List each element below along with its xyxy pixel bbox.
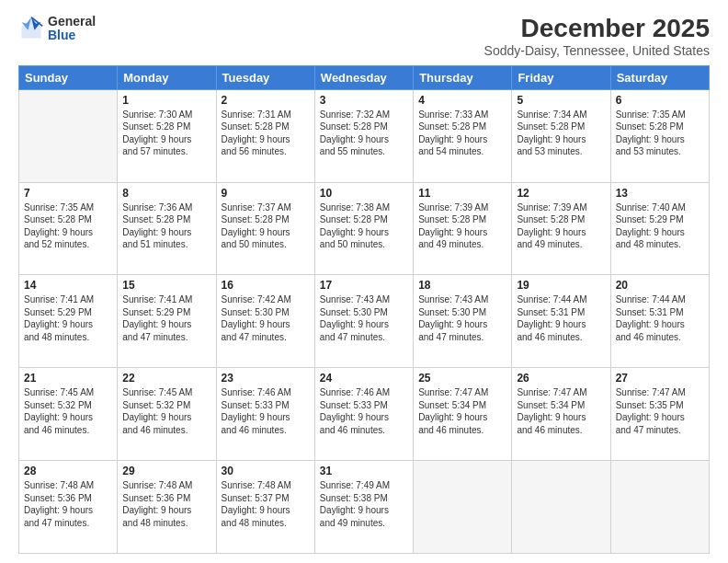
- day-info: Sunrise: 7:33 AM Sunset: 5:28 PM Dayligh…: [418, 109, 506, 158]
- day-number: 24: [320, 372, 408, 385]
- cell-2-1: 15Sunrise: 7:41 AM Sunset: 5:29 PM Dayli…: [118, 275, 216, 368]
- day-number: 6: [616, 94, 704, 107]
- day-info: Sunrise: 7:43 AM Sunset: 5:30 PM Dayligh…: [320, 293, 408, 343]
- day-number: 22: [122, 372, 210, 385]
- cell-1-1: 8Sunrise: 7:36 AM Sunset: 5:28 PM Daylig…: [118, 182, 216, 275]
- day-number: 19: [517, 279, 605, 292]
- cell-4-4: [414, 461, 512, 554]
- cell-1-4: 11Sunrise: 7:39 AM Sunset: 5:28 PM Dayli…: [414, 182, 512, 275]
- day-info: Sunrise: 7:34 AM Sunset: 5:28 PM Dayligh…: [517, 109, 605, 158]
- day-number: 21: [24, 372, 112, 385]
- col-header-saturday: Saturday: [610, 65, 709, 89]
- day-number: 29: [122, 465, 210, 477]
- day-info: Sunrise: 7:42 AM Sunset: 5:30 PM Dayligh…: [222, 293, 310, 343]
- logo-line2: Blue: [48, 29, 96, 42]
- day-info: Sunrise: 7:47 AM Sunset: 5:34 PM Dayligh…: [418, 386, 506, 436]
- day-number: 4: [418, 94, 506, 107]
- day-number: 30: [222, 465, 310, 477]
- day-number: 31: [320, 465, 408, 477]
- cell-3-1: 22Sunrise: 7:45 AM Sunset: 5:32 PM Dayli…: [118, 368, 216, 461]
- day-info: Sunrise: 7:35 AM Sunset: 5:28 PM Dayligh…: [616, 109, 704, 158]
- day-info: Sunrise: 7:36 AM Sunset: 5:28 PM Dayligh…: [122, 201, 210, 251]
- col-header-wednesday: Wednesday: [314, 65, 413, 89]
- day-number: 5: [517, 94, 605, 107]
- cell-1-6: 13Sunrise: 7:40 AM Sunset: 5:29 PM Dayli…: [610, 182, 709, 275]
- week-row-4: 21Sunrise: 7:45 AM Sunset: 5:32 PM Dayli…: [19, 368, 710, 461]
- logo: General Blue: [18, 15, 96, 43]
- day-number: 13: [616, 187, 704, 200]
- title-block: December 2025 Soddy-Daisy, Tennessee, Un…: [484, 15, 710, 58]
- subtitle: Soddy-Daisy, Tennessee, United States: [484, 43, 710, 58]
- cell-3-5: 26Sunrise: 7:47 AM Sunset: 5:34 PM Dayli…: [512, 368, 610, 461]
- day-info: Sunrise: 7:48 AM Sunset: 5:36 PM Dayligh…: [24, 479, 112, 529]
- cell-1-2: 9Sunrise: 7:37 AM Sunset: 5:28 PM Daylig…: [216, 182, 314, 275]
- day-number: 17: [320, 279, 408, 292]
- day-number: 1: [122, 94, 210, 107]
- cell-2-5: 19Sunrise: 7:44 AM Sunset: 5:31 PM Dayli…: [512, 275, 610, 368]
- day-info: Sunrise: 7:32 AM Sunset: 5:28 PM Dayligh…: [320, 109, 408, 158]
- day-number: 14: [24, 279, 112, 292]
- day-info: Sunrise: 7:48 AM Sunset: 5:37 PM Dayligh…: [222, 479, 310, 529]
- day-info: Sunrise: 7:46 AM Sunset: 5:33 PM Dayligh…: [222, 386, 310, 436]
- cell-0-4: 4Sunrise: 7:33 AM Sunset: 5:28 PM Daylig…: [414, 89, 512, 182]
- cell-0-0: [19, 89, 118, 182]
- week-row-1: 1Sunrise: 7:30 AM Sunset: 5:28 PM Daylig…: [19, 89, 710, 182]
- day-info: Sunrise: 7:44 AM Sunset: 5:31 PM Dayligh…: [616, 293, 704, 343]
- day-info: Sunrise: 7:43 AM Sunset: 5:30 PM Dayligh…: [418, 293, 506, 343]
- day-number: 18: [418, 279, 506, 292]
- cell-1-0: 7Sunrise: 7:35 AM Sunset: 5:28 PM Daylig…: [19, 182, 118, 275]
- day-info: Sunrise: 7:47 AM Sunset: 5:35 PM Dayligh…: [616, 386, 704, 436]
- day-number: 9: [222, 187, 310, 200]
- week-row-5: 28Sunrise: 7:48 AM Sunset: 5:36 PM Dayli…: [19, 461, 710, 554]
- day-info: Sunrise: 7:30 AM Sunset: 5:28 PM Dayligh…: [122, 109, 210, 158]
- logo-text: General Blue: [48, 15, 96, 43]
- cell-2-3: 17Sunrise: 7:43 AM Sunset: 5:30 PM Dayli…: [314, 275, 413, 368]
- day-info: Sunrise: 7:31 AM Sunset: 5:28 PM Dayligh…: [222, 109, 310, 158]
- main-title: December 2025: [484, 15, 710, 43]
- day-info: Sunrise: 7:44 AM Sunset: 5:31 PM Dayligh…: [517, 293, 605, 343]
- week-row-2: 7Sunrise: 7:35 AM Sunset: 5:28 PM Daylig…: [19, 182, 710, 275]
- day-info: Sunrise: 7:47 AM Sunset: 5:34 PM Dayligh…: [517, 386, 605, 436]
- cell-4-5: [512, 461, 610, 554]
- logo-line1: General: [48, 15, 96, 29]
- cell-4-1: 29Sunrise: 7:48 AM Sunset: 5:36 PM Dayli…: [118, 461, 216, 554]
- week-row-3: 14Sunrise: 7:41 AM Sunset: 5:29 PM Dayli…: [19, 275, 710, 368]
- col-header-tuesday: Tuesday: [216, 65, 314, 89]
- col-header-sunday: Sunday: [19, 65, 118, 89]
- day-number: 2: [222, 94, 310, 107]
- day-info: Sunrise: 7:45 AM Sunset: 5:32 PM Dayligh…: [122, 386, 210, 436]
- day-number: 23: [222, 372, 310, 385]
- cell-1-5: 12Sunrise: 7:39 AM Sunset: 5:28 PM Dayli…: [512, 182, 610, 275]
- day-info: Sunrise: 7:39 AM Sunset: 5:28 PM Dayligh…: [418, 201, 506, 251]
- cell-4-3: 31Sunrise: 7:49 AM Sunset: 5:38 PM Dayli…: [314, 461, 413, 554]
- day-number: 28: [24, 465, 112, 477]
- day-number: 7: [24, 187, 112, 200]
- day-number: 27: [616, 372, 704, 385]
- cell-2-4: 18Sunrise: 7:43 AM Sunset: 5:30 PM Dayli…: [414, 275, 512, 368]
- cell-3-6: 27Sunrise: 7:47 AM Sunset: 5:35 PM Dayli…: [610, 368, 709, 461]
- day-info: Sunrise: 7:35 AM Sunset: 5:28 PM Dayligh…: [24, 201, 112, 251]
- cell-0-5: 5Sunrise: 7:34 AM Sunset: 5:28 PM Daylig…: [512, 89, 610, 182]
- col-header-thursday: Thursday: [414, 65, 512, 89]
- day-number: 11: [418, 187, 506, 200]
- cell-0-1: 1Sunrise: 7:30 AM Sunset: 5:28 PM Daylig…: [118, 89, 216, 182]
- cell-3-2: 23Sunrise: 7:46 AM Sunset: 5:33 PM Dayli…: [216, 368, 314, 461]
- day-number: 15: [122, 279, 210, 292]
- day-info: Sunrise: 7:48 AM Sunset: 5:36 PM Dayligh…: [122, 479, 210, 529]
- page: General Blue December 2025 Soddy-Daisy, …: [0, 0, 728, 563]
- cell-4-6: [610, 461, 709, 554]
- day-info: Sunrise: 7:40 AM Sunset: 5:29 PM Dayligh…: [616, 201, 704, 251]
- day-info: Sunrise: 7:39 AM Sunset: 5:28 PM Dayligh…: [517, 201, 605, 251]
- day-number: 26: [517, 372, 605, 385]
- cell-3-0: 21Sunrise: 7:45 AM Sunset: 5:32 PM Dayli…: [19, 368, 118, 461]
- col-header-monday: Monday: [118, 65, 216, 89]
- cell-2-0: 14Sunrise: 7:41 AM Sunset: 5:29 PM Dayli…: [19, 275, 118, 368]
- cell-2-6: 20Sunrise: 7:44 AM Sunset: 5:31 PM Dayli…: [610, 275, 709, 368]
- day-info: Sunrise: 7:38 AM Sunset: 5:28 PM Dayligh…: [320, 201, 408, 251]
- cell-1-3: 10Sunrise: 7:38 AM Sunset: 5:28 PM Dayli…: [314, 182, 413, 275]
- day-number: 8: [122, 187, 210, 200]
- header: General Blue December 2025 Soddy-Daisy, …: [18, 15, 710, 58]
- logo-icon: [18, 16, 44, 41]
- cell-0-2: 2Sunrise: 7:31 AM Sunset: 5:28 PM Daylig…: [216, 89, 314, 182]
- day-number: 25: [418, 372, 506, 385]
